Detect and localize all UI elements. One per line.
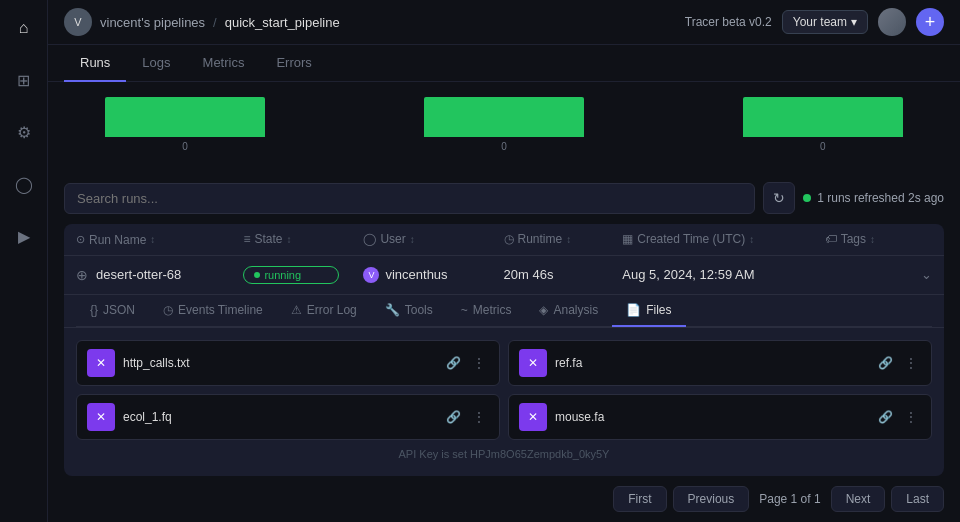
file-type-icon: ✕ [87,403,115,431]
file-type-icon: ✕ [87,349,115,377]
sub-tab-json[interactable]: {} JSON [76,295,149,327]
sub-tab-error-log[interactable]: ⚠ Error Log [277,295,371,327]
metrics-icon: ~ [461,303,468,317]
files-cell: ✕ http_calls.txt 🔗 ⋮ ✕ ref.fa [64,327,944,476]
link-icon[interactable]: 🔗 [442,408,465,426]
run-name-icon: ⊙ [76,233,85,246]
previous-button[interactable]: Previous [673,486,750,512]
chart-label-1: 0 [182,141,188,152]
api-key-note: API Key is set HPJm8O65Zempdkb_0ky5Y [76,440,932,464]
files-row: ✕ http_calls.txt 🔗 ⋮ ✕ ref.fa [64,327,944,476]
sidebar-grid[interactable]: ⊞ [8,64,40,96]
link-icon[interactable]: 🔗 [874,354,897,372]
expand-icon[interactable]: ⊕ [76,267,88,283]
pipeline-owner: vincent's pipelines [100,15,205,30]
sidebar-play[interactable]: ▶ [8,220,40,252]
breadcrumb: V vincent's pipelines / quick_start_pipe… [64,8,340,36]
sort-icon-user: ↕ [410,234,415,245]
tab-errors[interactable]: Errors [260,45,327,82]
header-right: Tracer beta v0.2 Your team ▾ + [685,8,944,36]
sidebar-user[interactable]: ◯ [8,168,40,200]
chart-bar-group-1: 0 [64,97,306,152]
sidebar-home[interactable]: ⌂ [8,12,40,44]
page-info: Page 1 of 1 [755,492,824,506]
run-created-cell: Aug 5, 2024, 12:59 AM [610,255,812,294]
more-icon[interactable]: ⋮ [901,354,921,372]
table-row[interactable]: ⊕ desert-otter-68 running V vince [64,255,944,294]
tag-icon: 🏷 [825,232,837,246]
chart-label-2: 0 [501,141,507,152]
col-state[interactable]: ≡ State ↕ [231,224,351,255]
table-container: ⊙ Run Name ↕ ≡ State ↕ [48,224,960,476]
chart-area: 0 0 0 [48,82,960,172]
sort-icon-time: ↕ [749,234,754,245]
file-name: ref.fa [555,356,866,370]
col-runtime[interactable]: ◷ Runtime ↕ [492,224,611,255]
tracer-version: Tracer beta v0.2 [685,15,772,29]
chart-bar-group-2: 0 [383,97,625,152]
more-icon[interactable]: ⋮ [901,408,921,426]
chart-label-3: 0 [820,141,826,152]
run-state-cell: running [231,255,351,294]
state-dot [254,272,260,278]
sub-tab-events-timeline[interactable]: ◷ Events Timeline [149,295,277,327]
table-header-row: ⊙ Run Name ↕ ≡ State ↕ [64,224,944,255]
state-icon: ≡ [243,232,250,246]
more-icon[interactable]: ⋮ [469,354,489,372]
file-actions: 🔗 ⋮ [442,354,489,372]
user-avatar[interactable] [878,8,906,36]
sub-tabs-cell: {} JSON ◷ Events Timeline ⚠ Error Log [64,294,944,327]
add-button[interactable]: + [916,8,944,36]
col-user[interactable]: ◯ User ↕ [351,224,491,255]
col-run-name[interactable]: ⊙ Run Name ↕ [64,224,231,255]
chart-bar-2 [424,97,584,137]
files-grid: ✕ http_calls.txt 🔗 ⋮ ✕ ref.fa [76,340,932,440]
link-icon[interactable]: 🔗 [874,408,897,426]
sub-tab-files[interactable]: 📄 Files [612,295,685,327]
list-item: ✕ mouse.fa 🔗 ⋮ [508,394,932,440]
refresh-status-text: 1 runs refreshed 2s ago [817,191,944,205]
file-type-icon: ✕ [519,349,547,377]
file-actions: 🔗 ⋮ [874,354,921,372]
row-chevron[interactable]: ⌄ [909,255,944,294]
team-button[interactable]: Your team ▾ [782,10,868,34]
user-dot: V [363,267,379,283]
sub-tab-metrics[interactable]: ~ Metrics [447,295,526,327]
col-created-time[interactable]: ▦ Created Time (UTC) ↕ [610,224,812,255]
runtime-icon: ◷ [504,232,514,246]
pipeline-name: quick_start_pipeline [225,15,340,30]
tab-metrics[interactable]: Metrics [187,45,261,82]
run-tags-cell [813,255,909,294]
timeline-icon: ◷ [163,303,173,317]
sidebar: ⌂ ⊞ ⚙ ◯ ▶ [0,0,48,522]
first-button[interactable]: First [613,486,666,512]
next-button[interactable]: Next [831,486,886,512]
pagination: First Previous Page 1 of 1 Next Last [48,476,960,522]
sort-icon: ↕ [150,234,155,245]
last-button[interactable]: Last [891,486,944,512]
sort-icon-tags: ↕ [870,234,875,245]
tab-logs[interactable]: Logs [126,45,186,82]
sub-tab-tools[interactable]: 🔧 Tools [371,295,447,327]
calendar-icon: ▦ [622,232,633,246]
chevron-down-icon: ▾ [851,15,857,29]
runs-table: ⊙ Run Name ↕ ≡ State ↕ [64,224,944,476]
main-content: V vincent's pipelines / quick_start_pipe… [48,0,960,522]
state-text: running [264,269,301,281]
analysis-icon: ◈ [539,303,548,317]
refresh-button[interactable]: ↻ [763,182,795,214]
sidebar-settings[interactable]: ⚙ [8,116,40,148]
more-icon[interactable]: ⋮ [469,408,489,426]
col-tags[interactable]: 🏷 Tags ↕ [813,224,909,255]
sub-tab-analysis[interactable]: ◈ Analysis [525,295,612,327]
tab-runs[interactable]: Runs [64,45,126,82]
state-badge: running [243,266,339,284]
sort-icon-runtime: ↕ [566,234,571,245]
search-input[interactable] [64,183,755,214]
user-col-icon: ◯ [363,232,376,246]
chart-bar-3 [743,97,903,137]
link-icon[interactable]: 🔗 [442,354,465,372]
chart-bars: 0 0 0 [64,82,944,172]
chart-bar-group-3: 0 [702,97,944,152]
header: V vincent's pipelines / quick_start_pipe… [48,0,960,45]
